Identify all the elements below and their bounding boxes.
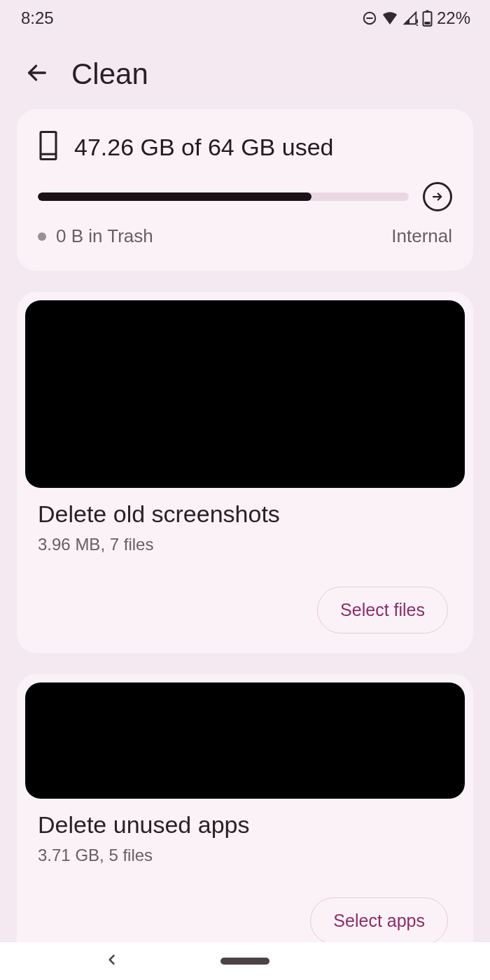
storage-type: Internal — [391, 225, 452, 247]
select-files-button[interactable]: Select files — [317, 587, 448, 634]
storage-progress — [38, 192, 409, 201]
phone-icon — [38, 130, 59, 164]
card-subtitle: 3.96 MB, 7 files — [38, 535, 452, 554]
trash-text: 0 B in Trash — [56, 225, 153, 247]
dot-icon — [38, 232, 46, 241]
svg-rect-5 — [426, 10, 428, 13]
battery-percent: 22% — [437, 8, 470, 28]
card-title: Delete unused apps — [38, 811, 452, 839]
signal-icon — [402, 10, 418, 26]
battery-icon — [422, 10, 433, 27]
storage-progress-fill — [38, 192, 312, 201]
page-title: Clean — [71, 57, 148, 91]
status-bar: 8:25 22% — [0, 0, 490, 32]
status-time: 8:25 — [21, 8, 54, 28]
app-bar: Clean — [0, 32, 490, 109]
storage-card: 47.26 GB of 64 GB used 0 B in Trash Inte… — [17, 109, 473, 271]
clean-card-screenshots: Delete old screenshots 3.96 MB, 7 files … — [17, 292, 473, 653]
back-icon[interactable] — [25, 61, 49, 88]
wifi-icon — [382, 10, 398, 26]
dnd-icon — [362, 10, 377, 26]
svg-point-3 — [416, 24, 418, 26]
clean-card-unused-apps: Delete unused apps 3.71 GB, 5 files Sele… — [17, 674, 473, 964]
preview-redacted — [25, 300, 465, 488]
preview-redacted — [25, 682, 465, 799]
nav-back-icon[interactable] — [105, 953, 119, 969]
card-subtitle: 3.71 GB, 5 files — [38, 846, 452, 865]
storage-details-button[interactable] — [423, 182, 452, 211]
nav-home-pill[interactable] — [220, 958, 270, 965]
card-title: Delete old screenshots — [38, 500, 452, 528]
select-apps-button[interactable]: Select apps — [310, 897, 448, 944]
storage-summary: 47.26 GB of 64 GB used — [74, 134, 333, 161]
system-navbar — [0, 942, 490, 980]
status-icons: 22% — [362, 8, 470, 28]
svg-rect-6 — [424, 22, 430, 24]
